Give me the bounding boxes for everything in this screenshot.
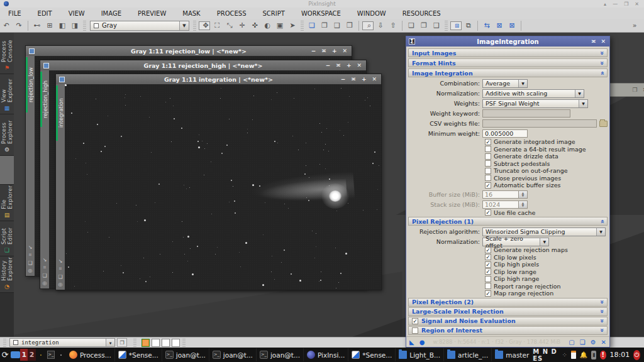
browse-folder-icon[interactable] xyxy=(599,121,608,127)
option-clip-low-pixels[interactable]: ✓Clip low pixels xyxy=(408,254,608,261)
close-icon[interactable]: ✕ xyxy=(342,48,347,54)
screen-icon[interactable]: ⧈ xyxy=(450,21,462,30)
menu-window[interactable]: WINDOW xyxy=(349,9,394,18)
section-input-images[interactable]: Input Images» xyxy=(408,48,608,57)
menu-view[interactable]: VIEW xyxy=(60,9,93,18)
taskbar-item-pixinsi[interactable]: PixInsi... xyxy=(304,348,348,361)
fit-view-icon[interactable]: ✜ xyxy=(249,20,260,31)
option-map-range-rejection[interactable]: ✓Map range rejection xyxy=(408,290,608,297)
imageintegration-dialog[interactable]: Σ ImageIntegration ≍ ✕ Input Images» For… xyxy=(406,36,610,348)
option-subtract-pedestals[interactable]: Subtract pedestals xyxy=(408,160,608,168)
dock-tab-process-console[interactable]: Process Console⚑ xyxy=(0,33,14,74)
image-window-integration[interactable]: Gray 1:11 integration | <*new*> − ≍ + ✕ … xyxy=(55,74,382,290)
workspace-2-button[interactable]: 2 xyxy=(28,349,35,361)
zoom-icon[interactable]: + xyxy=(362,76,367,82)
duplicate-left-icon[interactable]: ◧ xyxy=(57,20,68,31)
workspace-switcher-icon[interactable]: ⟳ xyxy=(0,349,10,361)
checkbox-unchecked-icon[interactable] xyxy=(485,283,491,289)
close-icon[interactable]: ✕ xyxy=(372,76,377,82)
view-tabstrip[interactable]: rejection_high ↘⌗❏◎ xyxy=(40,70,49,288)
checkbox-unchecked-icon[interactable] xyxy=(485,146,491,152)
power-button[interactable]: ⏻ xyxy=(633,350,640,360)
use-file-cache-option[interactable]: ✓ Use file cache xyxy=(408,209,608,217)
dock-icon[interactable]: ≍ xyxy=(591,38,596,45)
menu-resources[interactable]: RESOURCES xyxy=(394,9,449,18)
show-mask-icon[interactable]: ▣ xyxy=(274,20,286,31)
view-strip-icons[interactable]: ↘⌗❏◎ xyxy=(26,244,35,273)
section-format-hints[interactable]: Format Hints» xyxy=(408,58,608,67)
option-generate-integrated-image[interactable]: ✓Generate integrated image xyxy=(408,138,608,146)
option-generate-drizzle-data[interactable]: Generate drizzle data xyxy=(408,153,608,160)
zoom-11-icon[interactable]: ⌕ xyxy=(362,21,374,30)
preferences-icon[interactable]: ⚙ xyxy=(591,339,596,346)
tray-volume-icon[interactable]: ▮ xyxy=(591,351,596,359)
menu-workspace[interactable]: WORKSPACE xyxy=(293,9,349,18)
new-window-icon[interactable]: ⊞ xyxy=(44,20,55,31)
minimize-icon[interactable]: — xyxy=(613,1,618,7)
close-icon[interactable]: ✕ xyxy=(601,38,606,45)
section-signal-and-noise-evaluation[interactable]: ✓Signal and Noise Evaluation» xyxy=(408,317,608,326)
combination-select[interactable]: Average▼ xyxy=(482,79,528,88)
section-pixel-rejection-2-[interactable]: Pixel Rejection (2)» xyxy=(408,298,608,307)
screen-swap-icon[interactable]: ⇆ xyxy=(481,20,492,31)
workspace-1-button[interactable]: 1 xyxy=(20,349,28,361)
dock-tab-view-explorer[interactable]: View Explorer▦ xyxy=(0,74,14,114)
iconize-icon[interactable]: − xyxy=(341,76,346,82)
weights-select[interactable]: PSF Signal Weight▼ xyxy=(482,99,588,108)
option-generate-rejection-maps[interactable]: ✓Generate rejection maps xyxy=(408,246,608,254)
expand-icon[interactable]: » xyxy=(598,300,605,304)
menu-edit[interactable]: EDIT xyxy=(30,9,60,18)
option-truncate-on-out-of-range[interactable]: Truncate on out-of-range xyxy=(408,167,608,175)
close-icon[interactable]: ✕ xyxy=(635,1,639,7)
dialog-titlebar[interactable]: Σ ImageIntegration ≍ ✕ xyxy=(406,36,609,47)
new-instance-icon[interactable]: ◣ xyxy=(409,339,414,346)
section-image-integration[interactable]: Image Integration» xyxy=(408,69,608,77)
tray-clipboard-icon[interactable] xyxy=(571,351,575,359)
checkbox-checked-icon[interactable]: ✓ xyxy=(485,268,491,275)
dock-tab-process-explorer[interactable]: Process Explorer⚙ xyxy=(0,114,14,156)
maximize-icon[interactable]: ❐ xyxy=(624,1,628,7)
view-tabstrip[interactable]: integration ↘⌗❏◎ xyxy=(56,84,65,290)
channel-selector[interactable]: Gray▼ xyxy=(90,21,189,31)
taskbar-item-sense[interactable]: *Sense... xyxy=(348,348,396,361)
checkbox-unchecked-icon[interactable] xyxy=(485,153,491,160)
pan-mode-icon[interactable]: ✥ xyxy=(199,21,210,30)
iconize-icon[interactable]: − xyxy=(311,48,316,54)
window-titlebar[interactable]: Gray 1:11 integration | <*new*> − ≍ + ✕ xyxy=(56,74,381,84)
reset-icon[interactable]: ✕ xyxy=(601,339,606,346)
view-tab[interactable]: rejection_high xyxy=(40,72,49,127)
checkbox-checked-icon[interactable]: ✓ xyxy=(485,182,491,189)
view-tab-integration[interactable]: integration xyxy=(56,85,65,141)
view-selector[interactable]: integration ▼ xyxy=(9,338,115,347)
option-clip-high-range[interactable]: Clip high range xyxy=(408,275,608,283)
keyboard-indicator[interactable]: M N D ES xyxy=(533,348,558,362)
maximize-icon[interactable]: ❐ xyxy=(632,87,637,93)
dock-tab-file-explorer[interactable]: File Explorer▤ xyxy=(0,185,14,221)
contrast-app-icon[interactable] xyxy=(56,349,66,361)
checkbox-unchecked-icon[interactable] xyxy=(412,327,418,334)
csv-weights-input[interactable] xyxy=(482,119,597,128)
drag-handle[interactable] xyxy=(301,21,304,31)
new-image-icon[interactable]: ❏ xyxy=(306,20,318,31)
dock-tab-history-explorer[interactable]: History Explorer◔ xyxy=(0,256,14,293)
drag-handle[interactable] xyxy=(193,21,196,31)
taskbar-item-process[interactable]: Process... xyxy=(66,348,115,361)
option-close-previous-images[interactable]: Close previous images xyxy=(408,175,608,182)
minimum-weight-input[interactable]: 0.005000 xyxy=(482,129,528,138)
tray-bell-icon[interactable]: 🔔 xyxy=(580,351,587,359)
zoom-out-mode-icon[interactable]: ⤡ xyxy=(224,20,235,31)
menu-mask[interactable]: MASK xyxy=(174,9,208,18)
taskbar-item-joant[interactable]: >_joan@t... xyxy=(209,348,257,361)
stf-edit-icon[interactable]: ❐ xyxy=(418,20,430,31)
comet-image-canvas[interactable] xyxy=(65,84,381,290)
option-generate-a-64-bit-result-image[interactable]: Generate a 64-bit result image xyxy=(408,146,608,153)
option-clip-low-range[interactable]: ✓Clip low range xyxy=(408,268,608,276)
workspace-swatch[interactable] xyxy=(152,339,160,347)
center-image-icon[interactable]: ✛ xyxy=(236,20,248,31)
view-tab[interactable]: rejection_low xyxy=(26,57,35,112)
edit-image-icon[interactable]: ❐ xyxy=(319,20,330,31)
view-strip-icons[interactable]: ↘⌗❏◎ xyxy=(56,258,65,287)
section-region-of-interest[interactable]: Region of Interest» xyxy=(408,326,608,335)
checkbox-checked-icon[interactable]: ✓ xyxy=(412,318,418,324)
expand-icon[interactable]: » xyxy=(598,61,605,65)
